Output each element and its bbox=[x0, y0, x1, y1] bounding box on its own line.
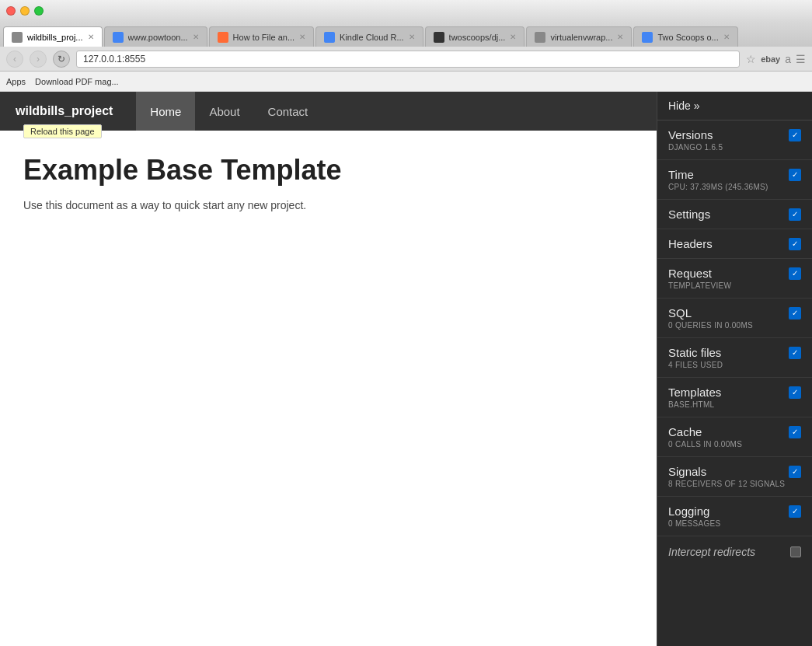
menu-icon[interactable]: ☰ bbox=[796, 53, 806, 65]
toolbar-item-checkbox[interactable]: ✓ bbox=[789, 267, 801, 280]
toolbar-item-checkbox[interactable]: ✓ bbox=[789, 169, 801, 181]
django-brand: wildbills_project bbox=[16, 104, 113, 118]
toolbar-item-name: Cache bbox=[668, 425, 702, 438]
toolbar-item-templates[interactable]: Templates✓base.html bbox=[657, 378, 812, 417]
tab-label: www.powtoon... bbox=[128, 33, 188, 42]
address-text: 127.0.0.1:8555 bbox=[83, 54, 145, 65]
toolbar-item-checkbox[interactable]: ✓ bbox=[789, 426, 801, 438]
toolbar-item-headers[interactable]: Headers✓ bbox=[657, 229, 812, 259]
debug-toolbar: Hide » Versions✓Django 1.6.5Time✓CPU: 37… bbox=[657, 92, 812, 646]
tab-close-button[interactable]: ✕ bbox=[409, 33, 415, 41]
tab-label: How to File an... bbox=[233, 33, 294, 42]
tab-favicon bbox=[324, 32, 335, 43]
toolbar-item-name: Templates bbox=[668, 386, 721, 399]
tab-favicon bbox=[434, 32, 444, 43]
tab-label: virtualenvwrap... bbox=[550, 33, 612, 42]
toolbar-item-checkbox[interactable]: ✓ bbox=[789, 307, 801, 320]
toolbar-item-logging[interactable]: Logging✓0 messages bbox=[657, 497, 812, 536]
toolbar-item-versions[interactable]: Versions✓Django 1.6.5 bbox=[657, 120, 812, 160]
toolbar-item-sub: 8 receivers of 12 signals bbox=[668, 480, 801, 488]
toolbar-item-checkbox[interactable]: ✓ bbox=[789, 466, 801, 478]
tab-favicon bbox=[113, 32, 124, 43]
nav-link-contact[interactable]: Contact bbox=[254, 92, 322, 131]
tab-close-button[interactable]: ✕ bbox=[299, 33, 305, 41]
title-bar bbox=[0, 0, 812, 22]
toolbar-item-name: Request bbox=[668, 267, 712, 280]
page-heading: Example Base Template bbox=[23, 154, 633, 187]
nav-link-about[interactable]: About bbox=[195, 92, 253, 131]
toolbar-item-signals[interactable]: Signals✓8 receivers of 12 signals bbox=[657, 457, 812, 497]
subtext-text: Use this document as a way to quick star… bbox=[23, 199, 306, 211]
intercept-redirects-item[interactable]: Intercept redirects bbox=[657, 536, 812, 567]
toolbar-item-checkbox[interactable]: ✓ bbox=[789, 129, 801, 141]
toolbar-item-name: Static files bbox=[668, 346, 721, 359]
hide-label: Hide » bbox=[668, 100, 699, 112]
tab-favicon bbox=[642, 32, 653, 43]
toolbar-item-sub: 0 queries in 0.00ms bbox=[668, 321, 801, 330]
toolbar-item-checkbox[interactable]: ✓ bbox=[789, 238, 801, 250]
toolbar-item-sub: Django 1.6.5 bbox=[668, 143, 801, 152]
django-content: Reload this page Example Base Template U… bbox=[0, 131, 657, 646]
address-bar-row: ‹ › ↻ 127.0.0.1:8555 ☆ ebay a ☰ bbox=[0, 47, 812, 72]
tab-close-button[interactable]: ✕ bbox=[88, 33, 94, 41]
tab-bar: wildbills_proj...✕www.powtoon...✕How to … bbox=[0, 22, 812, 47]
browser-tab-5[interactable]: twoscoops/dj...✕ bbox=[425, 26, 525, 47]
back-button[interactable]: ‹ bbox=[6, 51, 23, 68]
amazon-icon[interactable]: a bbox=[785, 53, 791, 65]
browser-tab-1[interactable]: wildbills_proj...✕ bbox=[3, 26, 103, 47]
toolbar-item-settings[interactable]: Settings✓ bbox=[657, 200, 812, 229]
reload-button[interactable]: ↻ bbox=[53, 51, 70, 68]
close-button[interactable] bbox=[6, 6, 16, 16]
bookmark-item-1[interactable]: Download PDF mag... bbox=[35, 77, 119, 86]
toolbar-item-name: Versions bbox=[668, 128, 713, 141]
toolbar-item-cache[interactable]: Cache✓0 calls in 0.00ms bbox=[657, 417, 812, 457]
reload-tooltip: Reload this page bbox=[23, 124, 102, 138]
toolbar-item-name: Logging bbox=[668, 505, 709, 518]
browser-tab-7[interactable]: Two Scoops o...✕ bbox=[633, 26, 737, 47]
tab-close-button[interactable]: ✕ bbox=[617, 33, 623, 41]
fullscreen-button[interactable] bbox=[34, 6, 44, 16]
tab-label: wildbills_proj... bbox=[27, 33, 83, 42]
toolbar-item-sub: 0 messages bbox=[668, 519, 801, 528]
star-icon[interactable]: ☆ bbox=[746, 53, 756, 65]
tab-favicon bbox=[218, 32, 228, 43]
tab-close-button[interactable]: ✕ bbox=[510, 33, 516, 41]
toolbar-item-checkbox[interactable]: ✓ bbox=[789, 505, 801, 518]
forward-button[interactable]: › bbox=[30, 51, 47, 68]
nav-link-home[interactable]: Home bbox=[136, 92, 195, 131]
tab-favicon bbox=[12, 32, 23, 43]
browser-tab-3[interactable]: How to File an...✕ bbox=[209, 26, 314, 47]
django-site: wildbills_project HomeAboutContact Reloa… bbox=[0, 92, 657, 646]
tab-close-button[interactable]: ✕ bbox=[723, 33, 730, 41]
address-bar-icons: ☆ ebay a ☰ bbox=[746, 53, 806, 65]
toolbar-item-checkbox[interactable]: ✓ bbox=[789, 386, 801, 399]
intercept-checkbox[interactable] bbox=[790, 546, 801, 557]
tab-favicon bbox=[535, 32, 545, 43]
toolbar-item-checkbox[interactable]: ✓ bbox=[789, 208, 801, 221]
toolbar-item-static-files[interactable]: Static files✓4 files used bbox=[657, 338, 812, 378]
browser-tab-2[interactable]: www.powtoon...✕ bbox=[104, 26, 207, 47]
django-nav-links: HomeAboutContact bbox=[136, 92, 322, 131]
page-subtext: Use this document as a way to quick star… bbox=[23, 199, 633, 211]
toolbar-item-request[interactable]: Request✓TemplateView bbox=[657, 259, 812, 299]
browser-tab-4[interactable]: Kindle Cloud R...✕ bbox=[315, 26, 423, 47]
ebay-icon[interactable]: ebay bbox=[761, 54, 780, 64]
address-bar[interactable]: 127.0.0.1:8555 bbox=[76, 51, 740, 68]
toolbar-item-name: Settings bbox=[668, 208, 710, 221]
tab-close-button[interactable]: ✕ bbox=[193, 33, 199, 41]
hide-toolbar-button[interactable]: Hide » bbox=[657, 92, 812, 120]
toolbar-item-sub: CPU: 37.39ms (245.36ms) bbox=[668, 183, 801, 191]
tab-label: Kindle Cloud R... bbox=[340, 33, 404, 42]
toolbar-item-name: Signals bbox=[668, 465, 706, 478]
minimize-button[interactable] bbox=[20, 6, 30, 16]
toolbar-item-checkbox[interactable]: ✓ bbox=[789, 347, 801, 359]
browser-tab-6[interactable]: virtualenvwrap...✕ bbox=[526, 26, 632, 47]
toolbar-items: Versions✓Django 1.6.5Time✓CPU: 37.39ms (… bbox=[657, 120, 812, 536]
tab-label: twoscoops/dj... bbox=[449, 33, 506, 42]
toolbar-item-sql[interactable]: SQL✓0 queries in 0.00ms bbox=[657, 299, 812, 338]
bookmark-item-0[interactable]: Apps bbox=[6, 77, 26, 86]
toolbar-item-name: Headers bbox=[668, 237, 713, 250]
bookmarks-bar: AppsDownload PDF mag... bbox=[0, 72, 812, 92]
toolbar-item-time[interactable]: Time✓CPU: 37.39ms (245.36ms) bbox=[657, 160, 812, 200]
traffic-lights bbox=[6, 6, 44, 16]
